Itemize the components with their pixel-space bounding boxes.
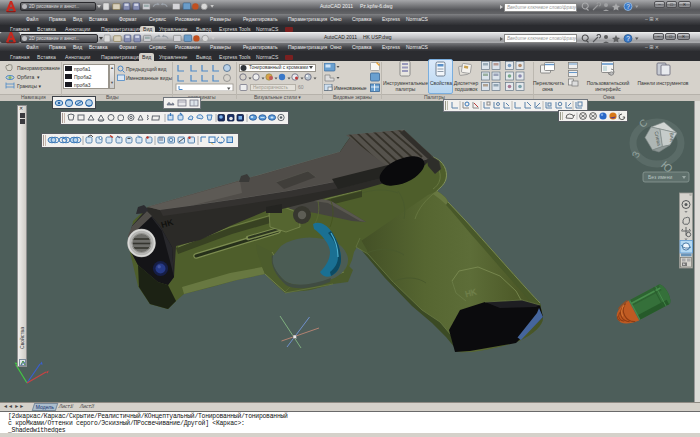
svg-text:Вид: Вид bbox=[669, 132, 676, 142]
svg-text:Без имени: Без имени bbox=[648, 174, 672, 180]
